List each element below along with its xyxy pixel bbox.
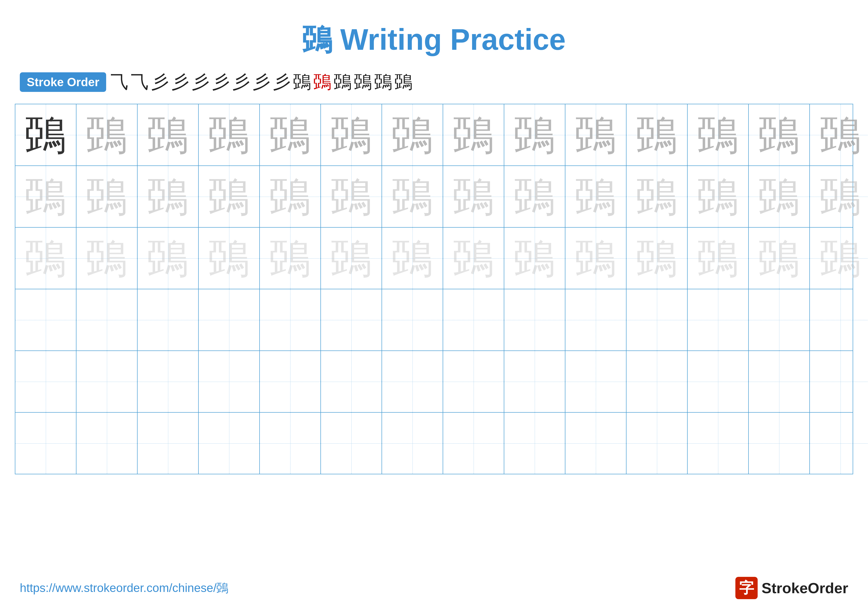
grid-cell-2-11: 鵶: [626, 166, 688, 227]
grid-cell-5-4[interactable]: [199, 351, 260, 412]
grid-cell-6-13[interactable]: [749, 413, 810, 474]
grid-cell-4-2[interactable]: [76, 289, 138, 350]
grid-cell-3-12: 鵶: [688, 228, 749, 289]
grid-cell-5-12[interactable]: [688, 351, 749, 412]
grid-cell-5-6[interactable]: [321, 351, 382, 412]
char-display: 鵶: [147, 176, 188, 217]
grid-cell-4-12[interactable]: [688, 289, 749, 350]
char-display: 鵶: [575, 114, 616, 155]
footer-url[interactable]: https://www.strokeorder.com/chinese/鵶: [20, 580, 228, 596]
grid-cell-5-9[interactable]: [504, 351, 566, 412]
grid-cell-6-5[interactable]: [260, 413, 321, 474]
char-display: 鵶: [209, 176, 250, 217]
char-display: 鵶: [25, 238, 66, 279]
char-display: 鵶: [331, 176, 372, 217]
grid-cell-4-10[interactable]: [566, 289, 626, 350]
char-display: 鵶: [86, 114, 127, 155]
stroke-9: 彡: [273, 70, 291, 94]
stroke-12: 鵶: [334, 70, 352, 94]
stroke-14: 鵶: [374, 70, 392, 94]
char-display: 鵶: [759, 176, 800, 217]
grid-cell-4-5[interactable]: [260, 289, 321, 350]
stroke-5: 彡: [192, 70, 209, 94]
grid-cell-5-13[interactable]: [749, 351, 810, 412]
grid-cell-3-2: 鵶: [76, 228, 138, 289]
char-display: 鵶: [698, 176, 738, 217]
stroke-2: ⺄: [131, 70, 149, 94]
grid-cell-4-4[interactable]: [199, 289, 260, 350]
grid-cell-3-1: 鵶: [16, 228, 76, 289]
grid-cell-6-7[interactable]: [382, 413, 443, 474]
stroke-order-badge: Stroke Order: [20, 72, 106, 92]
grid-cell-5-8[interactable]: [443, 351, 504, 412]
grid-cell-5-3[interactable]: [138, 351, 199, 412]
grid-cell-5-5[interactable]: [260, 351, 321, 412]
grid-cell-4-11[interactable]: [626, 289, 688, 350]
grid-cell-6-9[interactable]: [504, 413, 566, 474]
practice-grid: 鵶 鵶 鵶 鵶 鵶 鵶 鵶 鵶 鵶 鵶 鵶 鵶: [15, 104, 853, 474]
grid-row-1: 鵶 鵶 鵶 鵶 鵶 鵶 鵶 鵶 鵶 鵶 鵶 鵶: [16, 104, 852, 166]
grid-row-4: [16, 289, 852, 351]
char-display: 鵶: [820, 238, 861, 279]
grid-cell-3-9: 鵶: [504, 228, 566, 289]
char-display: 鵶: [514, 114, 555, 155]
grid-cell-1-8: 鵶: [443, 104, 504, 165]
char-display: 鵶: [759, 114, 800, 155]
grid-cell-5-11[interactable]: [626, 351, 688, 412]
grid-cell-5-10[interactable]: [566, 351, 626, 412]
footer: https://www.strokeorder.com/chinese/鵶 字 …: [0, 577, 868, 599]
char-display: 鵶: [698, 114, 738, 155]
stroke-chars: ⺄ ⺄ 彡 彡 彡 彡 彡 彡 彡 鵶 鵶 鵶 鵶 鵶 鵶: [111, 70, 412, 94]
char-display: 鵶: [453, 176, 494, 217]
strokeorder-logo-icon: 字: [735, 577, 758, 599]
grid-cell-6-10[interactable]: [566, 413, 626, 474]
stroke-4: 彡: [172, 70, 189, 94]
stroke-8: 彡: [253, 70, 270, 94]
grid-cell-6-2[interactable]: [76, 413, 138, 474]
grid-cell-6-4[interactable]: [199, 413, 260, 474]
char-display: 鵶: [575, 238, 616, 279]
grid-cell-1-3: 鵶: [138, 104, 199, 165]
grid-cell-1-10: 鵶: [566, 104, 626, 165]
grid-cell-4-7[interactable]: [382, 289, 443, 350]
grid-cell-6-1[interactable]: [16, 413, 76, 474]
grid-cell-4-8[interactable]: [443, 289, 504, 350]
grid-cell-3-13: 鵶: [749, 228, 810, 289]
grid-cell-5-14[interactable]: [810, 351, 868, 412]
stroke-10: 鵶: [293, 70, 311, 94]
char-display: 鵶: [392, 114, 433, 155]
grid-cell-3-5: 鵶: [260, 228, 321, 289]
grid-cell-2-5: 鵶: [260, 166, 321, 227]
char-display: 鵶: [392, 176, 433, 217]
grid-cell-2-12: 鵶: [688, 166, 749, 227]
char-display: 鵶: [25, 114, 66, 155]
grid-cell-4-13[interactable]: [749, 289, 810, 350]
grid-cell-6-14[interactable]: [810, 413, 868, 474]
stroke-13: 鵶: [354, 70, 372, 94]
char-display: 鵶: [270, 114, 310, 155]
char-display: 鵶: [25, 176, 66, 217]
grid-cell-6-3[interactable]: [138, 413, 199, 474]
grid-cell-5-7[interactable]: [382, 351, 443, 412]
char-display: 鵶: [636, 238, 677, 279]
grid-cell-6-8[interactable]: [443, 413, 504, 474]
grid-cell-4-9[interactable]: [504, 289, 566, 350]
char-display: 鵶: [453, 238, 494, 279]
grid-row-2: 鵶 鵶 鵶 鵶 鵶 鵶 鵶 鵶 鵶 鵶 鵶 鵶: [16, 166, 852, 228]
grid-cell-6-6[interactable]: [321, 413, 382, 474]
grid-cell-6-12[interactable]: [688, 413, 749, 474]
stroke-7: 彡: [232, 70, 250, 94]
grid-cell-5-2[interactable]: [76, 351, 138, 412]
grid-cell-1-6: 鵶: [321, 104, 382, 165]
title-area: 鵶 Writing Practice: [0, 0, 868, 60]
grid-cell-1-11: 鵶: [626, 104, 688, 165]
grid-cell-4-6[interactable]: [321, 289, 382, 350]
char-display: 鵶: [820, 114, 861, 155]
grid-cell-4-3[interactable]: [138, 289, 199, 350]
stroke-1: ⺄: [111, 70, 129, 94]
grid-cell-4-1[interactable]: [16, 289, 76, 350]
grid-cell-3-8: 鵶: [443, 228, 504, 289]
grid-cell-6-11[interactable]: [626, 413, 688, 474]
grid-cell-4-14[interactable]: [810, 289, 868, 350]
grid-cell-5-1[interactable]: [16, 351, 76, 412]
